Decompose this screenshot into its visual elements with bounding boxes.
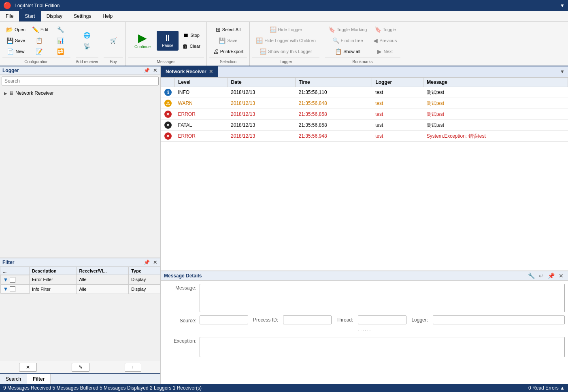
logger-pin-button[interactable]: 📌 <box>143 68 151 73</box>
config-icon2[interactable]: 📝 <box>29 46 51 57</box>
logger-close-button[interactable]: ✕ <box>152 68 158 73</box>
details-settings-icon[interactable]: 🔧 <box>527 273 536 279</box>
new-label: New <box>15 49 24 54</box>
log-col-date: Date <box>228 78 295 87</box>
continue-button[interactable]: ▶ Continue <box>129 30 156 52</box>
logger-search-box <box>2 77 159 85</box>
show-only-icon: 🪟 <box>260 49 266 54</box>
add-recv-1[interactable]: 🌐 <box>78 30 96 40</box>
logger-tree-area: ▶ 🖥 Network Receiver <box>0 87 160 258</box>
filter-delete-button[interactable]: ✕ <box>19 363 37 372</box>
details-source-field[interactable] <box>200 315 248 324</box>
filter-edit-button[interactable]: ✎ <box>72 363 89 372</box>
menu-help[interactable]: Help <box>97 11 118 21</box>
filter-row-info-icon: ▼ <box>0 284 29 294</box>
save-button[interactable]: 💾 Save <box>3 35 28 46</box>
pause-button[interactable]: ⏸ Pause <box>157 31 179 51</box>
filter-checkbox-info[interactable] <box>10 286 15 292</box>
tab-dropdown-button[interactable]: ▼ <box>557 67 568 76</box>
tab-close-button[interactable]: ✕ <box>209 69 213 75</box>
filter-col-dots: ... <box>0 267 30 275</box>
config-extra1[interactable]: 🔧 <box>52 24 70 35</box>
select-all-label: Select All <box>222 27 240 32</box>
menu-display[interactable]: Display <box>41 11 68 21</box>
next-label: Next <box>383 49 393 54</box>
toggle-button[interactable]: 🔖 Toggle <box>370 24 400 35</box>
continue-label: Continue <box>134 45 151 49</box>
filter-pin-button[interactable]: 📌 <box>143 260 151 265</box>
edit-icon: ✏️ <box>32 27 39 32</box>
log-table-row[interactable]: ✕ERROR2018/12/1321:35:56,858test测试test <box>161 109 568 120</box>
filter-close-button[interactable]: ✕ <box>152 260 158 265</box>
filter-row-error[interactable]: ▼ Error Filter Alle Display <box>0 275 160 285</box>
config-icon1[interactable]: 📋 <box>29 35 51 46</box>
new-icon: 📄 <box>7 49 14 54</box>
config-extra3[interactable]: 🔁 <box>52 46 70 57</box>
edit-button[interactable]: ✏️ Edit <box>29 24 51 35</box>
toggle-marking-button[interactable]: 🔖 Toggle Marking <box>325 24 370 35</box>
previous-button[interactable]: ◀ Previous <box>370 35 400 46</box>
continue-icon: ▶ <box>138 32 147 44</box>
filter-actions: ✕ ✎ + <box>0 361 160 373</box>
config-icon-1: 📋 <box>36 38 43 43</box>
hide-logger-children-button[interactable]: 🪟 Hide Logger with Children <box>253 35 319 46</box>
details-exception-field[interactable] <box>200 337 565 357</box>
filter-checkbox-error[interactable] <box>10 277 15 283</box>
clear-button[interactable]: 🗑 Clear <box>179 41 203 51</box>
log-table-row[interactable]: ✕FATAL2018/12/1321:35:56,858test测试test <box>161 120 568 131</box>
next-button[interactable]: ▶ Next <box>370 46 400 57</box>
print-icon: 🖨 <box>213 49 219 54</box>
config-extra-icon2: 📊 <box>57 38 64 43</box>
show-only-logger-button[interactable]: 🪟 Show only this Logger <box>253 46 319 57</box>
menu-file[interactable]: File <box>0 11 19 21</box>
filter-row-info[interactable]: ▼ Info Filter Alle Display <box>0 284 160 294</box>
details-thread-field[interactable] <box>358 315 406 324</box>
details-pin-button[interactable]: 📌 <box>547 273 556 279</box>
config-extra2[interactable]: 📊 <box>52 35 70 46</box>
logger-panel: Logger 📌 ✕ ▶ 🖥 Network Receiver <box>0 66 160 258</box>
hide-logger-button[interactable]: 🪟 Hide Logger <box>253 24 319 35</box>
save-selection-button[interactable]: 💾 Save <box>210 35 246 46</box>
details-resize-handle[interactable]: · · · · · · <box>164 328 565 334</box>
add-recv-2[interactable]: 📡 <box>78 41 96 51</box>
window-controls[interactable]: ▼ <box>560 3 565 9</box>
filter-add-button[interactable]: + <box>125 363 141 372</box>
details-message-field[interactable] <box>200 284 565 312</box>
new-button[interactable]: 📄 New <box>3 46 28 57</box>
print-export-button[interactable]: 🖨 Print/Export <box>210 46 246 57</box>
ribbon-group-messages: ▶ Continue ⏸ Pause ⏹ Stop 🗑 Clear Messag… <box>126 22 207 66</box>
details-logger-field[interactable] <box>433 315 565 324</box>
details-close-button[interactable]: ✕ <box>557 273 565 279</box>
details-undo-icon[interactable]: ↩ <box>538 273 545 279</box>
select-all-button[interactable]: ⊞ Select All <box>210 24 246 35</box>
menu-settings[interactable]: Settings <box>68 11 97 21</box>
tab-filter[interactable]: Filter <box>27 374 51 384</box>
menu-start[interactable]: Start <box>19 11 40 21</box>
selection-buttons: ⊞ Select All 💾 Save 🖨 Print/Export <box>209 23 247 58</box>
log-table-header-row: Level Date Time Logger Message <box>161 78 568 87</box>
details-processid-field[interactable] <box>283 315 332 324</box>
buy-button[interactable]: 🛒 <box>104 35 122 46</box>
log-table-row[interactable]: ℹINFO2018/12/1321:35:56,110test测试test <box>161 87 568 98</box>
log-cell-logger: test <box>372 131 423 142</box>
log-table-row[interactable]: ⚠WARN2018/12/1321:35:56,848test测试test <box>161 98 568 109</box>
config-col1: 📂 Open 💾 Save 📄 New <box>3 24 28 57</box>
find-in-tree-button[interactable]: 🔍 Find in tree <box>325 35 370 46</box>
tab-search[interactable]: Search <box>0 374 27 384</box>
selection-label: Selection <box>209 58 247 64</box>
show-all-button[interactable]: 📋 Show all <box>325 46 370 57</box>
left-panel: Logger 📌 ✕ ▶ 🖥 Network Receiver Filte <box>0 66 161 384</box>
status-bar: 9 Messages Received 5 Messages Buffered … <box>0 384 568 392</box>
tab-network-receiver[interactable]: Network Receiver ✕ <box>161 66 218 77</box>
log-cell-message: 测试test <box>423 87 568 98</box>
logger-search-input[interactable] <box>2 77 159 85</box>
stop-button[interactable]: ⏹ Stop <box>179 30 203 40</box>
log-table-row[interactable]: ✕ERROR2018/12/1321:35:56,948testSystem.E… <box>161 131 568 142</box>
open-button[interactable]: 📂 Open <box>3 24 28 35</box>
tree-item-label: Network Receiver <box>15 90 54 96</box>
titlebar: 🔴 Log4Net Trial Edition ▼ <box>0 0 568 11</box>
tree-item-network-receiver[interactable]: ▶ 🖥 Network Receiver <box>2 89 159 98</box>
hide-logger-ch-label: Hide Logger with Children <box>264 38 316 43</box>
bookmarks-buttons: 🔖 Toggle Marking 🔍 Find in tree 📋 Show a… <box>325 23 400 58</box>
print-label: Print/Export <box>220 49 243 54</box>
